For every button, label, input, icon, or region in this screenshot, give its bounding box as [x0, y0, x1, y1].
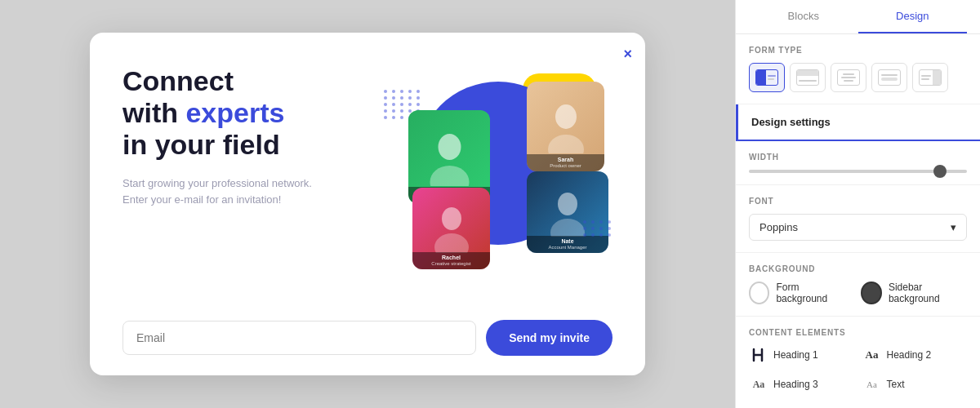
sidebar-background-circle [861, 282, 881, 304]
form-type-label: FORM TYPE [749, 46, 967, 55]
content-elements-label: CONTENT ELEMENTS [749, 328, 967, 337]
collage: Sarah Product owner Sa [384, 65, 612, 277]
dropdown-arrow-icon: ▾ [951, 221, 956, 233]
person-sarah-label: Sarah Product owner [527, 154, 604, 171]
content-elements-grid: Heading 1 Aa Heading 2 Aa Heading 3 Aa T… [749, 345, 967, 408]
text-icon: Aa [862, 375, 882, 394]
person-rachel-label: Rachel Creative strategist [412, 252, 490, 269]
form-type-section: FORM TYPE [736, 34, 980, 104]
form-background-option[interactable]: Form background [749, 282, 844, 304]
canvas-area: × Connect with experts in your field Sta… [0, 0, 735, 408]
width-label: WIDTH [749, 153, 967, 162]
tabs: Blocks Design [736, 0, 980, 34]
svg-point-1 [430, 166, 469, 186]
svg-point-5 [550, 219, 585, 237]
ce-link[interactable]: Aa Link [749, 404, 854, 408]
modal-right: Sarah Product owner Sa [384, 65, 612, 307]
font-dropdown[interactable]: Poppins ▾ [749, 214, 967, 241]
person-nate: Nate Account Manager [527, 171, 608, 253]
form-type-centered[interactable] [831, 63, 866, 92]
form-background-circle [749, 282, 769, 304]
right-panel: Blocks Design FORM TYPE [735, 0, 980, 408]
width-slider-row [749, 170, 967, 173]
send-invite-button[interactable]: Send my invite [486, 320, 612, 356]
person-rachel: Rachel Creative strategist [412, 188, 490, 269]
person-nate-label: Nate Account Manager [527, 236, 608, 253]
font-section: FONT Poppins ▾ [736, 185, 980, 253]
svg-point-6 [442, 207, 461, 230]
tab-blocks[interactable]: Blocks [749, 0, 858, 33]
form-type-split[interactable] [749, 63, 785, 92]
tab-design[interactable]: Design [858, 0, 968, 33]
modal-bottom: Send my invite [90, 307, 645, 375]
design-settings-header: Design settings [736, 104, 980, 141]
modal-subtext: Start growing your professional network.… [122, 175, 335, 207]
modal-heading: Connect with experts in your field [122, 65, 368, 161]
ce-heading1[interactable]: Heading 1 [749, 345, 854, 365]
heading1-icon [749, 345, 768, 365]
svg-point-0 [438, 134, 461, 160]
sidebar-background-option[interactable]: Sidebar background [861, 282, 967, 304]
heading2-icon: Aa [862, 345, 882, 365]
background-section: BACKGROUND Form background Sidebar backg… [736, 253, 980, 317]
close-button[interactable]: × [623, 46, 632, 63]
form-type-sidebar[interactable] [912, 63, 948, 92]
ce-heading2-label: Heading 2 [887, 349, 932, 361]
svg-point-3 [548, 135, 584, 153]
form-background-label: Form background [776, 282, 844, 304]
email-input[interactable] [122, 321, 476, 355]
ce-heading2[interactable]: Aa Heading 2 [862, 345, 968, 365]
width-slider[interactable] [749, 170, 967, 173]
ce-heading3-label: Heading 3 [773, 379, 818, 390]
dots-pattern-right [583, 220, 612, 237]
background-label: BACKGROUND [749, 264, 967, 273]
link-icon: Aa [749, 404, 768, 408]
heading3-icon: Aa [749, 375, 768, 394]
ce-text[interactable]: Aa Text [862, 375, 968, 394]
form-type-options [749, 63, 967, 92]
svg-point-7 [434, 233, 469, 253]
background-options: Form background Sidebar background [749, 282, 967, 304]
content-elements-section: CONTENT ELEMENTS Heading 1 Aa Heading 2 … [736, 317, 980, 408]
form-type-banner[interactable] [790, 63, 826, 92]
modal: × Connect with experts in your field Sta… [90, 33, 645, 375]
person-sarah: Sarah Product owner [527, 82, 604, 171]
sidebar-background-label: Sidebar background [889, 282, 967, 304]
modal-content: Connect with experts in your field Start… [90, 33, 645, 307]
font-label: FONT [749, 197, 967, 206]
ce-text-label: Text [887, 379, 905, 390]
ce-heading3[interactable]: Aa Heading 3 [749, 375, 854, 394]
svg-point-2 [555, 104, 577, 129]
svg-point-4 [558, 193, 577, 215]
form-type-inline[interactable] [871, 63, 907, 92]
width-section: WIDTH [736, 141, 980, 185]
ce-heading1-label: Heading 1 [773, 349, 818, 361]
modal-left: Connect with experts in your field Start… [122, 65, 384, 307]
